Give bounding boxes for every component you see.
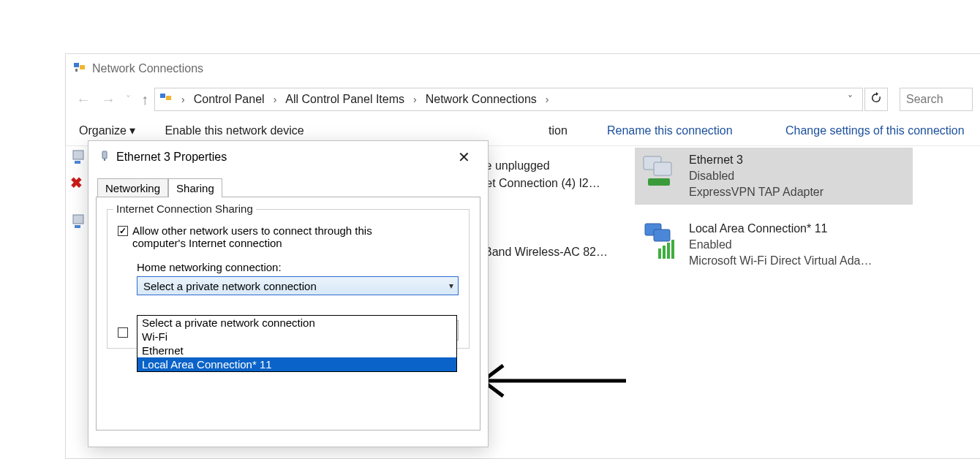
dialog-tabs: Networking Sharing <box>96 173 480 197</box>
nav-recent-dropdown[interactable]: ˅ <box>126 94 131 105</box>
svg-rect-7 <box>73 215 83 224</box>
connection-device: ExpressVPN TAP Adapter <box>689 184 908 200</box>
connection-item-lac11[interactable]: Local Area Connection* 11 Enabled Micros… <box>635 216 913 273</box>
ics-group: Internet Connection Sharing Allow other … <box>107 209 470 349</box>
dropdown-option[interactable]: Ethernet <box>137 344 456 357</box>
connection-name: Ethernet 3 <box>689 152 908 168</box>
network-icon <box>73 61 86 77</box>
disabled-x-icon: ✖ <box>70 174 83 191</box>
tab-networking[interactable]: Networking <box>97 178 168 197</box>
adapter-icon <box>641 152 682 193</box>
address-toolbar: ← → ˅ ↑ › Control Panel › All Control Pa… <box>66 83 980 115</box>
connection-item-ethernet3[interactable]: Ethernet 3 Disabled ExpressVPN TAP Adapt… <box>635 148 913 205</box>
svg-rect-8 <box>75 225 80 228</box>
fragment-text: l Band Wireless-AC 82… <box>478 246 608 259</box>
home-connection-combobox[interactable]: Select a private network connection ▾ <box>137 276 459 295</box>
svg-rect-3 <box>160 94 165 98</box>
refresh-button[interactable] <box>864 88 888 111</box>
allow-sharing-label: Allow other network users to connect thr… <box>132 224 410 249</box>
nav-up-button[interactable]: ↑ <box>141 92 148 107</box>
breadcrumb[interactable]: › Control Panel › All Control Panel Item… <box>154 88 863 111</box>
refresh-icon <box>870 92 882 107</box>
chevron-icon: › <box>540 94 555 105</box>
search-input[interactable]: Search <box>900 88 973 111</box>
close-button[interactable]: ✕ <box>451 145 478 169</box>
adapter-wifi-icon <box>641 221 682 262</box>
svg-rect-5 <box>73 151 83 159</box>
chevron-icon: › <box>407 94 423 105</box>
svg-rect-16 <box>667 243 670 259</box>
diagnose-tail-fragment: tion <box>549 124 568 137</box>
address-dropdown[interactable]: ˅ <box>842 94 858 105</box>
chevron-down-icon: ▾ <box>449 281 453 291</box>
svg-rect-11 <box>648 178 670 186</box>
svg-rect-1 <box>80 65 85 69</box>
folder-icon <box>159 91 173 107</box>
change-settings-link[interactable]: Change settings of this connection <box>785 124 965 137</box>
nav-back-button[interactable]: ← <box>76 92 91 107</box>
dropdown-option[interactable]: Select a private network connection <box>137 316 456 330</box>
breadcrumb-item[interactable]: All Control Panel Items <box>285 93 404 106</box>
ethernet3-properties-dialog: Ethernet 3 Properties ✕ Networking Shari… <box>88 140 489 447</box>
connection-device: Microsoft Wi-Fi Direct Virtual Ada… <box>689 253 908 269</box>
window-titlebar: Network Connections <box>66 54 980 83</box>
search-placeholder: Search <box>906 93 943 106</box>
window-title: Network Connections <box>92 62 203 75</box>
organize-button[interactable]: Organize ▾ <box>79 124 135 137</box>
connection-icon-fragment <box>72 213 89 237</box>
fragment-text: rnet Connection (4) I2… <box>475 177 600 190</box>
allow-sharing-checkbox[interactable] <box>118 226 128 236</box>
breadcrumb-item[interactable]: Network Connections <box>426 93 537 106</box>
fragment-text: le unplugged <box>483 159 550 172</box>
svg-rect-18 <box>102 151 107 159</box>
svg-rect-0 <box>74 63 79 67</box>
chevron-icon: › <box>176 94 191 105</box>
secondary-checkbox[interactable] <box>118 327 128 338</box>
annotation-arrow <box>465 361 630 401</box>
group-legend: Internet Connection Sharing <box>113 202 256 215</box>
svg-rect-15 <box>663 246 666 259</box>
svg-rect-17 <box>671 240 674 259</box>
home-connection-label: Home networking connection: <box>137 261 459 273</box>
dropdown-option-highlighted[interactable]: Local Area Connection* 11 <box>137 357 456 371</box>
connection-icon-fragment <box>72 149 89 172</box>
sharing-tabpane: Internet Connection Sharing Allow other … <box>96 197 480 430</box>
rename-connection-link[interactable]: Rename this connection <box>607 124 733 137</box>
connection-name: Local Area Connection* 11 <box>689 221 908 237</box>
svg-rect-14 <box>658 249 661 259</box>
dialog-title: Ethernet 3 Properties <box>116 151 227 164</box>
svg-rect-19 <box>104 159 105 161</box>
nav-forward-button[interactable]: → <box>101 92 116 107</box>
svg-rect-13 <box>654 230 670 241</box>
home-connection-dropdown-list[interactable]: Select a private network connection Wi-F… <box>137 315 457 372</box>
svg-rect-2 <box>75 69 78 72</box>
svg-rect-10 <box>654 162 671 175</box>
connection-status: Disabled <box>689 168 908 184</box>
svg-rect-4 <box>166 96 171 100</box>
svg-rect-6 <box>75 161 80 164</box>
dropdown-option[interactable]: Wi-Fi <box>137 330 456 344</box>
enable-device-button[interactable]: Enable this network device <box>165 124 304 137</box>
allow-sharing-checkbox-row: Allow other network users to connect thr… <box>118 224 459 249</box>
breadcrumb-item[interactable]: Control Panel <box>194 93 265 106</box>
connection-status: Enabled <box>689 237 908 253</box>
tab-sharing[interactable]: Sharing <box>168 178 222 197</box>
chevron-icon: › <box>268 94 283 105</box>
combobox-selected: Select a private network connection <box>143 280 317 292</box>
dialog-titlebar: Ethernet 3 Properties ✕ <box>88 141 488 173</box>
adapter-small-icon <box>99 150 110 164</box>
